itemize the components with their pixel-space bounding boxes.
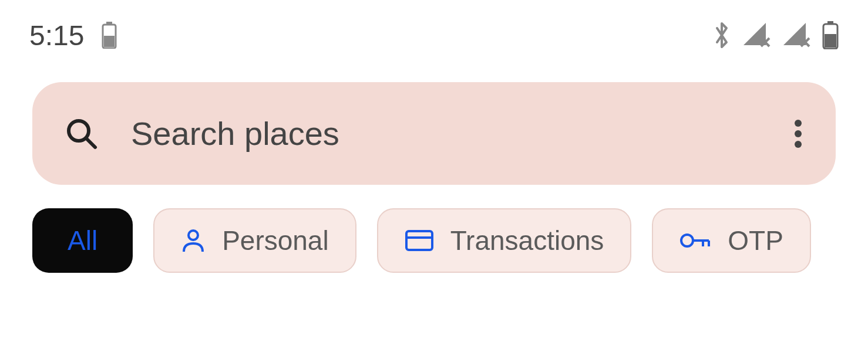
status-time: 5:15: [29, 19, 84, 52]
filter-chips-row: All Personal Transactions: [0, 208, 868, 273]
signal-no-data-icon: [742, 22, 772, 49]
chip-label: Transactions: [450, 225, 604, 256]
signal-no-data-icon: [782, 22, 812, 49]
battery-half-icon: [822, 21, 839, 49]
status-bar-right: [712, 21, 839, 50]
svg-point-14: [795, 141, 802, 148]
status-bar-left: 5:15: [29, 19, 117, 52]
key-icon: [679, 232, 711, 249]
status-bar: 5:15: [0, 0, 868, 65]
chip-personal[interactable]: Personal: [153, 208, 356, 273]
svg-line-11: [86, 138, 95, 147]
svg-rect-16: [406, 231, 432, 250]
search-icon: [65, 117, 99, 151]
person-icon: [181, 228, 206, 253]
chip-transactions[interactable]: Transactions: [377, 208, 632, 273]
svg-rect-2: [104, 36, 115, 47]
more-vert-icon[interactable]: [793, 117, 803, 151]
search-bar[interactable]: Search places: [32, 82, 836, 185]
svg-point-12: [795, 120, 802, 127]
chip-label: Personal: [222, 225, 329, 256]
svg-point-13: [795, 130, 802, 137]
card-icon: [405, 229, 434, 252]
chip-label: OTP: [728, 225, 783, 256]
svg-point-15: [189, 231, 198, 240]
battery-half-icon: [102, 22, 117, 49]
chip-label: All: [68, 225, 97, 256]
chip-otp[interactable]: OTP: [652, 208, 811, 273]
svg-rect-9: [825, 34, 836, 48]
bluetooth-icon: [712, 21, 732, 50]
chip-all[interactable]: All: [32, 208, 133, 273]
svg-point-18: [681, 235, 693, 246]
search-placeholder: Search places: [131, 114, 761, 153]
